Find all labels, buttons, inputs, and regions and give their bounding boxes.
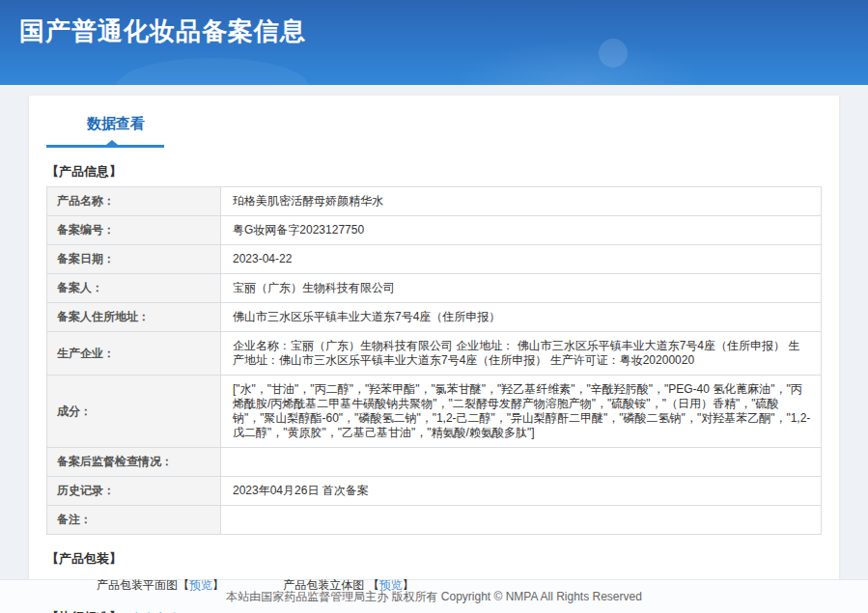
row-label-remarks: 备注： bbox=[47, 506, 221, 535]
row-value-manufacturer: 企业名称：宝丽（广东）生物科技有限公司 企业地址： 佛山市三水区乐平镇丰业大道东… bbox=[221, 332, 822, 376]
row-value-registration-date: 2023-04-22 bbox=[221, 245, 822, 274]
table-row: 成分： ["水"，"甘油"，"丙二醇"，"羟苯甲酯"，"氯苯甘醚"，"羟乙基纤维… bbox=[47, 376, 822, 448]
row-label-registrant: 备案人： bbox=[47, 274, 221, 303]
row-label-registration-number: 备案编号： bbox=[47, 216, 221, 245]
bracket-close: 】 bbox=[212, 578, 224, 592]
table-row: 备案人： 宝丽（广东）生物科技有限公司 bbox=[47, 274, 822, 303]
table-row: 产品名称： 珀格美肌密活酵母娇颜精华水 bbox=[47, 187, 822, 216]
row-label-registrant-address: 备案人住所地址： bbox=[47, 303, 221, 332]
row-value-post-inspection bbox=[221, 448, 822, 477]
section-title-product-info: 【产品信息】 bbox=[46, 163, 822, 181]
row-value-registrant-address: 佛山市三水区乐平镇丰业大道东7号4座（住所申报） bbox=[221, 303, 822, 332]
packaging-flat-label: 产品包装平面图 bbox=[97, 578, 178, 592]
row-label-manufacturer: 生产企业： bbox=[47, 332, 221, 376]
table-row: 备案后监督检查情况： bbox=[47, 448, 822, 477]
row-label-history: 历史记录： bbox=[47, 477, 221, 506]
table-row: 历史记录： 2023年04月26日 首次备案 bbox=[47, 477, 822, 506]
packaging-flat-item: 产品包装平面图【预览】 bbox=[97, 577, 224, 594]
row-value-product-name: 珀格美肌密活酵母娇颜精华水 bbox=[221, 187, 822, 216]
row-value-ingredients: ["水"，"甘油"，"丙二醇"，"羟苯甲酯"，"氯苯甘醚"，"羟乙基纤维素"，"… bbox=[221, 376, 822, 448]
row-label-ingredients: 成分： bbox=[47, 376, 221, 448]
tab-bar: 数据查看 bbox=[46, 109, 822, 148]
page-body: 数据查看 【产品信息】 产品名称： 珀格美肌密活酵母娇颜精华水 备案编号： 粤G… bbox=[0, 85, 868, 579]
page-header: 国产普通化妆品备案信息 bbox=[0, 0, 868, 85]
table-row: 生产企业： 企业名称：宝丽（广东）生物科技有限公司 企业地址： 佛山市三水区乐平… bbox=[47, 332, 822, 376]
row-value-registrant: 宝丽（广东）生物科技有限公司 bbox=[221, 274, 822, 303]
tab-active-indicator bbox=[106, 140, 118, 145]
table-row: 备案日期： 2023-04-22 bbox=[47, 245, 822, 274]
page-title: 国产普通化妆品备案信息 bbox=[0, 0, 868, 48]
table-row: 备注： bbox=[47, 506, 822, 535]
product-info-table: 产品名称： 珀格美肌密活酵母娇颜精华水 备案编号： 粤G妆网备字20231277… bbox=[46, 186, 822, 535]
row-label-product-name: 产品名称： bbox=[47, 187, 221, 216]
table-row: 备案编号： 粤G妆网备字2023127750 bbox=[47, 216, 822, 245]
tab-underline bbox=[46, 145, 164, 148]
table-row: 备案人住所地址： 佛山市三水区乐平镇丰业大道东7号4座（住所申报） bbox=[47, 303, 822, 332]
content-card: 数据查看 【产品信息】 产品名称： 珀格美肌密活酵母娇颜精华水 备案编号： 粤G… bbox=[29, 96, 839, 613]
row-value-history: 2023年04月26日 首次备案 bbox=[221, 477, 822, 506]
bracket-open: 【 bbox=[178, 578, 189, 592]
section-title-packaging: 【产品包装】 bbox=[46, 550, 822, 568]
row-label-post-inspection: 备案后监督检查情况： bbox=[47, 448, 221, 477]
row-value-registration-number: 粤G妆网备字2023127750 bbox=[221, 216, 822, 245]
header-decor-blob bbox=[116, 58, 309, 85]
row-value-remarks bbox=[221, 506, 822, 535]
packaging-flat-preview-link[interactable]: 预览 bbox=[189, 578, 212, 592]
row-label-registration-date: 备案日期： bbox=[47, 245, 221, 274]
